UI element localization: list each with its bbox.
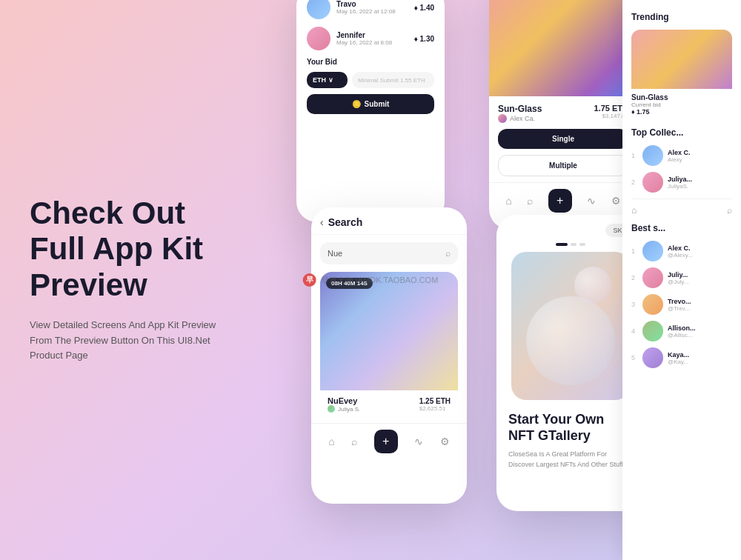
activity-icon[interactable]: ∿ bbox=[587, 195, 596, 207]
seller-row-2: 2 Juliy... @July... bbox=[631, 267, 732, 288]
seller-num-5: 5 bbox=[631, 354, 635, 361]
seller-info-4: Allison... @Allisc... bbox=[668, 324, 696, 339]
sub-description: View Detailed Screens And App Kit Previe… bbox=[30, 318, 237, 364]
seller-row-5: 5 Kaya... @Kay... bbox=[631, 347, 732, 368]
collector-name-1: Alex C. bbox=[668, 149, 691, 156]
seller-name-3: Trevo... bbox=[668, 298, 691, 305]
trending-name: Sun-Glass bbox=[631, 93, 732, 101]
collector-info-1: Alex C. Alexy bbox=[668, 149, 691, 163]
submit-label: Submit bbox=[365, 100, 390, 108]
dot-1 bbox=[556, 243, 568, 246]
search-icon[interactable]: ⌕ bbox=[527, 195, 533, 207]
seller-avatar-5 bbox=[642, 347, 663, 368]
bid-info-jennifer: Jennifer May 16, 2022 at 8:08 bbox=[336, 31, 408, 46]
seller-name-1: Alex C. bbox=[668, 244, 693, 252]
trending-card[interactable]: Sun-Glass Current bid ♦ 1.75 bbox=[631, 30, 732, 120]
collector-info-2: Juliya... JuliyaS. bbox=[668, 176, 692, 190]
onboard-description: CloseSea Is A Great Platform For Discove… bbox=[508, 450, 633, 470]
bidder-date-1: May 16, 2022 at 12:08 bbox=[336, 8, 408, 15]
collector-num-1: 1 bbox=[631, 152, 635, 159]
bid-row-2: Jennifer May 16, 2022 at 8:08 ♦ 1.30 bbox=[307, 27, 434, 50]
nft-card[interactable]: 08H 40M 14S NuEvey Juliya S. 1.25 ETH $2… bbox=[320, 272, 458, 419]
seller-name-2: Juliy... bbox=[668, 271, 688, 279]
collector-handle-1: Alexy bbox=[668, 156, 691, 163]
seller-num-1: 1 bbox=[631, 247, 635, 255]
seller-num-3: 3 bbox=[631, 301, 635, 308]
seller-info-2: Juliy... @July... bbox=[668, 271, 688, 285]
search-bar[interactable]: Nue ⌕ bbox=[320, 242, 458, 264]
phone-search: ‹ Search Nue ⌕ 08H 40M 14S NuEvey Juliya… bbox=[311, 207, 467, 504]
right-panel: Trending Sun-Glass Current bid ♦ 1.75 To… bbox=[622, 0, 741, 560]
option-buttons: Single Multiple bbox=[489, 123, 637, 182]
seller-avatar-1 bbox=[642, 241, 663, 261]
bid-content: Travo May 16, 2022 at 12:08 ♦ 1.40 Jenni… bbox=[296, 0, 445, 124]
seller-handle-5: @Kay... bbox=[668, 359, 689, 365]
trending-info: Sun-Glass Current bid ♦ 1.75 bbox=[631, 89, 732, 120]
bid-row-1: Travo May 16, 2022 at 12:08 ♦ 1.40 bbox=[307, 0, 434, 19]
creator-name: Alex Ca. bbox=[510, 115, 535, 122]
card-creator-name: Juliya S. bbox=[338, 406, 360, 413]
seller-info-3: Trevo... @Trev... bbox=[668, 298, 691, 312]
onboard-title: Start Your Own NFT GTallery bbox=[508, 412, 633, 444]
phone-nft: Sun-Glass Alex Ca. 1.75 ETH $3,147.61 Si… bbox=[489, 0, 637, 230]
submit-button[interactable]: 🪙 Submit bbox=[307, 94, 434, 114]
bid-placeholder-text: Minimal Submit 1.55 ETH bbox=[358, 77, 425, 84]
onboard-image bbox=[511, 252, 630, 400]
sphere-small bbox=[574, 267, 611, 304]
submit-icon: 🪙 bbox=[352, 100, 361, 108]
plus-button-s[interactable]: + bbox=[374, 430, 398, 453]
seller-name-5: Kaya... bbox=[668, 351, 689, 359]
seller-num-4: 4 bbox=[631, 327, 635, 335]
single-option[interactable]: Single bbox=[498, 129, 628, 149]
panel-home-icon[interactable]: ⌂ bbox=[631, 205, 637, 216]
eth-label: ETH ∨ bbox=[313, 76, 333, 84]
avatar-jennifer bbox=[307, 27, 330, 50]
settings-icon-s[interactable]: ⚙ bbox=[440, 436, 450, 447]
collector-name-2: Juliya... bbox=[668, 176, 692, 183]
bidder-date-2: May 16, 2022 at 8:08 bbox=[336, 39, 408, 46]
nft-card-info: NuEvey Juliya S. 1.25 ETH $2,625.51 bbox=[320, 390, 458, 419]
nft-image bbox=[489, 0, 637, 96]
nft-card-creator: Juliya S. bbox=[328, 405, 360, 413]
dot-3 bbox=[579, 243, 585, 246]
dot-2 bbox=[571, 243, 576, 246]
activity-icon-s[interactable]: ∿ bbox=[414, 436, 423, 447]
bidder-name-2: Jennifer bbox=[336, 31, 408, 39]
trending-label: Current bid bbox=[631, 101, 732, 108]
nft-card-image: 08H 40M 14S bbox=[320, 272, 458, 390]
sphere-main bbox=[526, 296, 615, 385]
multiple-option[interactable]: Multiple bbox=[498, 155, 628, 176]
seller-handle-4: @Allisc... bbox=[668, 332, 696, 339]
search-query: Nue bbox=[328, 249, 441, 258]
nav-bar-search: ⌂ ⌕ + ∿ ⚙ bbox=[311, 423, 467, 459]
nft-card-price-block: 1.25 ETH $2,625.51 bbox=[419, 397, 451, 412]
panel-search-icon[interactable]: ⌕ bbox=[727, 205, 732, 216]
nft-card-details: NuEvey Juliya S. bbox=[328, 396, 360, 413]
seller-handle-1: @Alexy... bbox=[668, 252, 693, 259]
eth-select[interactable]: ETH ∨ bbox=[307, 72, 348, 88]
trending-title: Trending bbox=[631, 12, 732, 22]
collector-avatar-1 bbox=[642, 145, 663, 166]
nft-name-block: Sun-Glass Alex Ca. bbox=[498, 104, 542, 123]
bid-input-row: ETH ∨ Minimal Submit 1.55 ETH bbox=[307, 72, 434, 88]
home-icon-s[interactable]: ⌂ bbox=[328, 436, 334, 447]
phone-bid: Travo May 16, 2022 at 12:08 ♦ 1.40 Jenni… bbox=[296, 0, 445, 222]
bid-amount-2: ♦ 1.30 bbox=[414, 35, 434, 43]
panel-nav-row: ⌂ ⌕ bbox=[631, 199, 732, 216]
search-icon-s[interactable]: ⌕ bbox=[351, 436, 357, 447]
seller-row-1: 1 Alex C. @Alexy... bbox=[631, 241, 732, 261]
seller-info-5: Kaya... @Kay... bbox=[668, 351, 689, 365]
main-heading: Check Out Full App Kit Preview bbox=[30, 196, 237, 303]
home-icon[interactable]: ⌂ bbox=[505, 195, 511, 207]
bid-placeholder[interactable]: Minimal Submit 1.55 ETH bbox=[352, 72, 434, 88]
bid-info-travo: Travo May 16, 2022 at 12:08 bbox=[336, 0, 408, 15]
plus-button[interactable]: + bbox=[548, 189, 572, 213]
settings-icon[interactable]: ⚙ bbox=[611, 195, 621, 207]
collector-row-1: 1 Alex C. Alexy bbox=[631, 145, 732, 166]
seller-row-4: 4 Allison... @Allisc... bbox=[631, 321, 732, 341]
nft-card-name: NuEvey bbox=[328, 396, 360, 405]
bidder-name-1: Travo bbox=[336, 0, 408, 8]
seller-handle-3: @Trev... bbox=[668, 305, 691, 312]
back-icon[interactable]: ‹ bbox=[320, 216, 324, 228]
collector-row-2: 2 Juliya... JuliyaS. bbox=[631, 172, 732, 193]
